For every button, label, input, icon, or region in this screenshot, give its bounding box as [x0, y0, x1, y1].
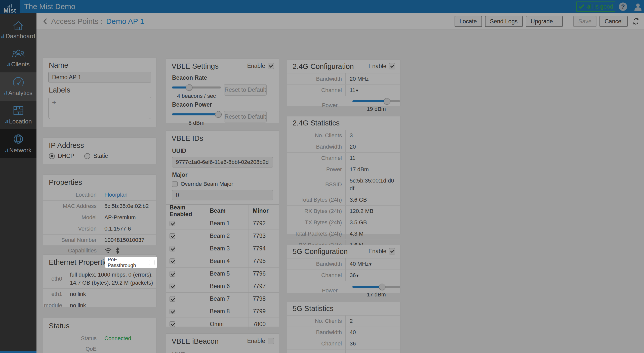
status-badge[interactable]: all is good [576, 2, 615, 12]
sidebar-item-analytics[interactable]: Analytics [0, 72, 36, 101]
override-beam-major-checkbox[interactable] [172, 181, 178, 187]
sidebar-item-network[interactable]: Network [0, 129, 36, 158]
floorplan-icon [13, 105, 24, 116]
mist-mark-icon [5, 120, 8, 123]
table-row: Bandwidth40 [287, 327, 400, 338]
dhcp-radio[interactable] [49, 153, 55, 159]
help-icon[interactable]: ? [619, 3, 627, 11]
table-row: Omni 7800 [166, 318, 279, 330]
floorplan-link[interactable]: Floorplan [100, 189, 156, 200]
static-label: Static [93, 153, 108, 159]
refresh-icon[interactable] [632, 17, 640, 26]
table-row: Beam 5 7796 [166, 268, 279, 280]
save-button[interactable]: Save [573, 16, 596, 27]
beacon-rate-label: Beacon Rate [172, 74, 273, 81]
beam-enabled-checkbox[interactable] [170, 221, 175, 226]
name-card-title: Name [43, 58, 156, 72]
connected-status: Connected [100, 333, 156, 344]
user-icon[interactable] [633, 3, 642, 12]
slider-thumb[interactable] [379, 284, 385, 290]
beam-enabled-checkbox[interactable] [170, 233, 175, 239]
logo-text: Mist [4, 8, 16, 13]
beam-enabled-checkbox[interactable] [170, 258, 175, 264]
home-icon [12, 20, 24, 31]
breadcrumb-section[interactable]: Access Points : [51, 17, 103, 26]
beam-enabled-checkbox[interactable] [170, 246, 175, 251]
mist-mark-icon [1, 34, 4, 38]
table-row: Beam 3 7794 [166, 242, 279, 255]
sidebar-item-clients[interactable]: Clients [0, 44, 36, 72]
beam-enabled-checkbox[interactable] [170, 321, 175, 327]
power-5g-slider[interactable] [352, 284, 400, 290]
table-row: Version 0.1.1577-6 [43, 223, 156, 234]
poe-passthrough-popup: PoE Passthrough [105, 257, 157, 268]
upgrade-button[interactable]: Upgrade... [526, 16, 563, 27]
table-row: Channel36 [287, 338, 400, 349]
dhcp-radio-option[interactable]: DHCP [49, 153, 74, 159]
status-badge-label: all is good [587, 3, 613, 10]
beam-enabled-checkbox[interactable] [170, 271, 175, 277]
add-label-button[interactable]: + [52, 99, 56, 106]
beam-table-header: Beam Enabled Beam Minor [166, 205, 279, 217]
table-row: Status Connected [43, 333, 156, 344]
sidebar-item-label: Clients [11, 61, 29, 68]
beacon-power-slider[interactable] [172, 111, 221, 118]
vble-ids-title: VBLE IDs [166, 131, 279, 145]
back-chevron-icon[interactable] [43, 18, 48, 25]
mist-logo[interactable]: Mist [0, 0, 20, 14]
static-radio[interactable] [84, 153, 90, 159]
table-row: Channel 11▾ [287, 84, 400, 96]
static-radio-option[interactable]: Static [84, 153, 108, 159]
mist-mark-icon [5, 149, 8, 152]
poe-passthrough-checkbox[interactable] [149, 260, 154, 265]
channel-dropdown[interactable]: 36▾ [346, 270, 400, 281]
globe-icon [13, 133, 24, 145]
cancel-button[interactable]: Cancel [599, 16, 628, 27]
beam-enabled-checkbox[interactable] [170, 309, 175, 314]
locate-button[interactable]: Locate [455, 16, 482, 27]
vble-ids-card: VBLE IDs UUID Major Override Beam Major … [166, 130, 279, 327]
beacon-power-label: Beacon Power [172, 101, 273, 108]
channel-dropdown[interactable]: 11▾ [346, 85, 400, 96]
table-row: Bandwidth 20 MHz [287, 73, 400, 84]
enable-label: Enable [247, 338, 265, 344]
slider-thumb[interactable] [186, 84, 192, 91]
send-logs-button[interactable]: Send Logs [485, 16, 523, 27]
beacon-rate-slider[interactable] [172, 84, 221, 91]
power-24g-slider[interactable] [352, 98, 400, 105]
bandwidth-dropdown[interactable]: 40 MHz▾ [346, 258, 400, 270]
check-icon [578, 4, 584, 9]
beacon-power-value: 8 dBm [172, 120, 221, 126]
clients-icon [12, 49, 25, 59]
config-5g-enable-checkbox[interactable] [389, 248, 395, 254]
table-row: Beam 4 7795 [166, 255, 279, 268]
config-5g-card: 5G Configuration Enable Bandwidth 40 MHz… [287, 245, 400, 293]
config-24g-enable-checkbox[interactable] [389, 63, 395, 69]
slider-thumb[interactable] [384, 98, 390, 105]
major-input[interactable] [172, 190, 273, 200]
mist-mark-icon [7, 63, 10, 66]
sidebar-item-location[interactable]: Location [0, 101, 36, 129]
ap-name-input[interactable] [48, 72, 151, 82]
breadcrumb: Access Points : Demo AP 1 [43, 13, 144, 29]
reset-beacon-power-button[interactable]: Reset to Default [224, 111, 267, 122]
slider-thumb[interactable] [215, 111, 222, 118]
question-glyph: ? [621, 3, 625, 10]
reset-beacon-rate-button[interactable]: Reset to Default [224, 84, 267, 96]
beam-enabled-checkbox[interactable] [170, 296, 175, 302]
uuid-input[interactable] [172, 157, 273, 167]
bandwidth-value: 20 MHz [346, 73, 400, 84]
labels-box[interactable]: + [48, 97, 151, 119]
stats-5g-title: 5G Statistics [287, 302, 400, 316]
sidebar-item-dashboard[interactable]: Dashboard [0, 16, 36, 44]
table-row: Power14 dBm [287, 349, 400, 353]
vble-ibeacon-card: VBLE iBeacon Enable UUID [166, 333, 279, 353]
vble-enable-checkbox[interactable] [268, 63, 274, 69]
stats-24g-card: 2.4G Statistics No. Clients3 Bandwidth20… [287, 116, 400, 234]
properties-card: Properties Location Floorplan MAC Addres… [43, 174, 156, 245]
table-row: Total Bytes (24h)3.6 GB [287, 194, 400, 205]
override-beam-major-label: Override Beam Major [181, 181, 233, 187]
table-row: QoE [43, 344, 156, 353]
ibeacon-enable-checkbox[interactable] [268, 338, 274, 344]
beam-enabled-checkbox[interactable] [170, 284, 175, 289]
